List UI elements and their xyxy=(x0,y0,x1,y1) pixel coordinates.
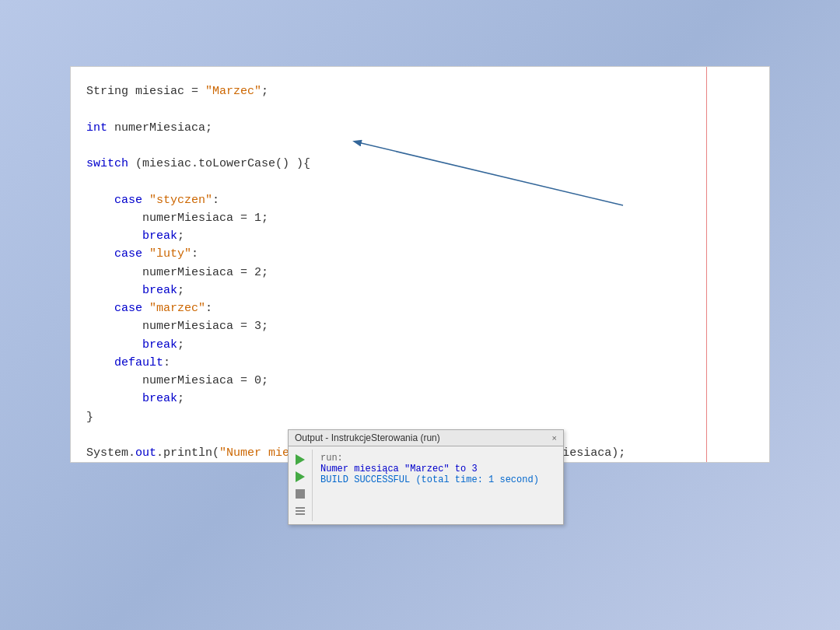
code-line-19: } xyxy=(86,408,754,426)
stop-icon xyxy=(296,489,305,499)
close-button[interactable]: × xyxy=(552,433,557,443)
run-button[interactable] xyxy=(293,453,307,467)
code-line-1: String miesiac = "Marzec"; xyxy=(86,82,754,100)
code-line-11: numerMiesiaca = 2; xyxy=(86,264,754,282)
code-line-5: switch (miesiac.toLowerCase() ){ xyxy=(86,155,754,173)
code-panel: String miesiac = "Marzec"; int numerMies… xyxy=(70,66,770,463)
code-line-blank-2 xyxy=(86,137,754,155)
output-title-bar: Output - InstrukcjeSterowania (run) × xyxy=(289,430,563,446)
code-line-12: break; xyxy=(86,282,754,299)
output-body: run: Numer miesiąca "Marzec" to 3 BUILD … xyxy=(289,446,563,524)
output-result-line: Numer miesiąca "Marzec" to 3 xyxy=(320,464,555,474)
output-icons xyxy=(289,450,313,521)
code-line-3: int numerMiesiaca; xyxy=(86,119,754,137)
output-panel: Output - InstrukcjeSterowania (run) × xyxy=(288,429,564,525)
play-icon xyxy=(296,454,305,465)
code-line-8: numerMiesiaca = 1; xyxy=(86,209,754,227)
lines-button[interactable] xyxy=(293,504,307,518)
main-container: String miesiac = "Marzec"; int numerMies… xyxy=(70,66,770,517)
code-area: String miesiac = "Marzec"; int numerMies… xyxy=(86,82,754,462)
code-line-case3: case "marzec": xyxy=(86,299,754,317)
output-text: run: Numer miesiąca "Marzec" to 3 BUILD … xyxy=(313,450,563,521)
code-line-default: default: xyxy=(86,354,754,372)
code-line-case1: case "styczen": xyxy=(86,191,754,209)
run-button-2[interactable] xyxy=(293,470,307,484)
play-icon-2 xyxy=(296,471,305,482)
code-line-blank-1 xyxy=(86,100,754,118)
lines-icon xyxy=(296,507,305,515)
stop-button[interactable] xyxy=(293,487,307,501)
code-line-18: break; xyxy=(86,390,754,408)
code-line-9: break; xyxy=(86,227,754,245)
code-line-17: numerMiesiaca = 0; xyxy=(86,372,754,390)
code-line-case2: case "luty": xyxy=(86,245,754,263)
code-line-15: break; xyxy=(86,336,754,354)
output-title: Output - InstrukcjeSterowania (run) xyxy=(295,432,440,443)
output-build-line: BUILD SUCCESSFUL (total time: 1 second) xyxy=(320,474,555,485)
code-line-14: numerMiesiaca = 3; xyxy=(86,317,754,335)
code-line-blank-3 xyxy=(86,173,754,191)
output-run-label: run: xyxy=(320,453,555,464)
